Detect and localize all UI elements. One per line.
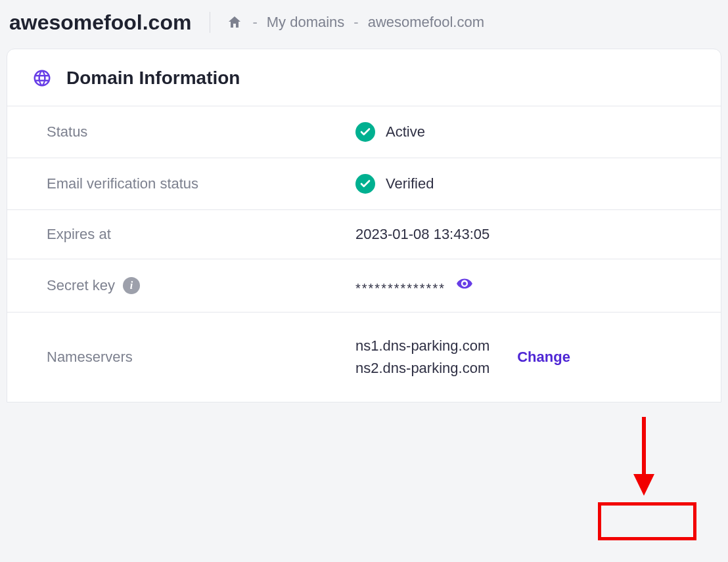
breadcrumb-current: awesomefool.com — [368, 14, 484, 31]
row-status: Status Active — [7, 106, 721, 158]
nameservers-label: Nameservers — [47, 349, 355, 366]
email-verification-value: Verified — [355, 174, 702, 194]
page-header: awesomefool.com - My domains - awesomefo… — [0, 0, 728, 49]
row-secret-key: Secret key i ************** — [7, 259, 721, 313]
info-icon[interactable]: i — [123, 277, 140, 294]
row-nameservers: Nameservers ns1.dns-parking.com ns2.dns-… — [7, 313, 721, 402]
arrow-icon — [624, 414, 664, 499]
panel-header: Domain Information — [7, 49, 721, 106]
status-label: Status — [47, 123, 355, 140]
secret-key-masked: ************** — [355, 281, 445, 296]
breadcrumb-separator: - — [252, 14, 257, 31]
secret-key-label: Secret key i — [47, 277, 355, 294]
page-title: awesomefool.com — [9, 12, 210, 33]
annotation-box — [598, 502, 696, 540]
nameserver-1: ns1.dns-parking.com — [355, 335, 489, 357]
breadcrumb-my-domains[interactable]: My domains — [267, 14, 345, 31]
eye-icon[interactable] — [456, 275, 473, 296]
email-verification-text: Verified — [386, 175, 434, 192]
secret-key-value: ************** — [355, 275, 702, 296]
nameserver-2: ns2.dns-parking.com — [355, 357, 489, 379]
svg-marker-1 — [633, 474, 654, 496]
breadcrumb: - My domains - awesomefool.com — [210, 14, 484, 31]
globe-icon — [32, 68, 52, 88]
expires-value: 2023-01-08 13:43:05 — [355, 226, 702, 243]
nameservers-list: ns1.dns-parking.com ns2.dns-parking.com — [355, 335, 489, 379]
status-value: Active — [355, 122, 702, 142]
panel-title: Domain Information — [66, 68, 240, 89]
check-icon — [355, 174, 375, 194]
expires-label: Expires at — [47, 226, 355, 243]
check-icon — [355, 122, 375, 142]
row-email-verification: Email verification status Verified — [7, 158, 721, 210]
change-nameservers-link[interactable]: Change — [517, 349, 570, 366]
home-icon[interactable] — [226, 14, 243, 30]
status-text: Active — [386, 123, 425, 140]
breadcrumb-separator: - — [353, 14, 358, 31]
secret-key-label-text: Secret key — [47, 277, 115, 294]
email-verification-label: Email verification status — [47, 175, 355, 192]
domain-info-panel: Domain Information Status Active Email v… — [7, 49, 721, 402]
row-expires: Expires at 2023-01-08 13:43:05 — [7, 210, 721, 259]
nameservers-value: ns1.dns-parking.com ns2.dns-parking.com … — [355, 335, 702, 379]
